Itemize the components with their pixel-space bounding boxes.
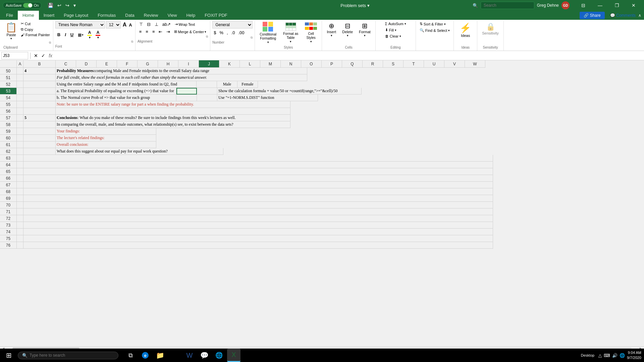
col-header-O[interactable]: O <box>301 60 322 68</box>
ribbon-collapse-btn[interactable]: ⊟ <box>576 0 591 11</box>
cell-B52[interactable] <box>23 81 56 88</box>
taskbar-word[interactable]: W <box>183 349 196 362</box>
cell-B56[interactable] <box>23 108 56 115</box>
cell-A76[interactable] <box>17 242 23 249</box>
cell-C58-text[interactable]: In comparing the overall, male, and fema… <box>56 121 290 128</box>
cell-A56[interactable] <box>17 108 23 115</box>
notifications-icon[interactable]: △ <box>598 353 602 358</box>
cell-A50[interactable] <box>17 68 23 74</box>
col-header-W[interactable]: W <box>465 60 485 68</box>
cell-A75[interactable] <box>17 235 23 242</box>
currency-btn[interactable]: $ <box>212 29 217 36</box>
cell-C56[interactable] <box>56 108 290 115</box>
cell-rest-67[interactable] <box>23 182 493 188</box>
cell-A63[interactable] <box>17 155 23 162</box>
find-dropdown[interactable]: ▾ <box>448 29 450 32</box>
cell-B58[interactable] <box>23 121 56 128</box>
copy-button[interactable]: ⧉ Copy <box>20 27 51 32</box>
ideas-button[interactable]: ⚡ Ideas <box>457 21 474 39</box>
cell-A71[interactable] <box>17 208 23 215</box>
insert-dropdown[interactable]: ▾ <box>331 34 332 37</box>
clear-btn[interactable]: 🗑 Clear ▾ <box>383 34 403 39</box>
title-search-input[interactable] <box>481 2 534 9</box>
cell-B61[interactable] <box>23 141 56 148</box>
underline-btn[interactable]: U <box>68 31 75 38</box>
row-header-63[interactable]: 63 <box>0 155 17 162</box>
volume-icon[interactable]: 🔊 <box>612 353 618 358</box>
conditional-dropdown[interactable]: ▾ <box>267 41 269 44</box>
cell-B51[interactable] <box>23 74 56 81</box>
tab-insert[interactable]: Insert <box>39 11 59 20</box>
col-header-L[interactable]: L <box>240 60 260 68</box>
sensitivity-button[interactable]: 🔒 Sensitivity <box>479 21 501 37</box>
cell-A61[interactable] <box>17 141 23 148</box>
row-header-75[interactable]: 75 <box>0 235 17 242</box>
row-header-58[interactable]: 58 <box>0 121 17 128</box>
paste-button[interactable]: 📋 Paste ▾ <box>3 21 19 41</box>
tab-home[interactable]: Home <box>18 11 39 20</box>
autosave-toggle-on[interactable] <box>23 3 33 8</box>
col-header-R[interactable]: R <box>363 60 383 68</box>
row-header-74[interactable]: 74 <box>0 229 17 235</box>
fill-dropdown[interactable]: ▾ <box>395 28 396 32</box>
cell-C52-text[interactable]: Using the entire Salary range and the M … <box>56 81 197 88</box>
row-header-76[interactable]: 76 <box>0 242 17 249</box>
increase-font-btn[interactable]: A <box>122 21 128 28</box>
insert-btn[interactable]: ⊕ Insert ▾ <box>324 21 339 38</box>
align-left-btn[interactable]: ≡ <box>138 28 144 35</box>
row-header-67[interactable]: 67 <box>0 182 17 188</box>
align-center-btn[interactable]: ≡ <box>144 28 150 35</box>
col-header-Q[interactable]: Q <box>342 60 363 68</box>
col-header-P[interactable]: P <box>322 60 342 68</box>
cell-C60-text[interactable]: The lecture's related findings: <box>56 135 156 141</box>
decrease-font-btn[interactable]: A <box>128 21 133 28</box>
row-header-68[interactable]: 68 <box>0 188 17 195</box>
taskbar-store[interactable]: 🛍 <box>168 349 181 362</box>
cell-A65[interactable] <box>17 168 23 175</box>
show-desktop-btn[interactable]: Desktop <box>581 353 594 357</box>
cell-B55[interactable] <box>23 101 56 108</box>
cell-rest-66[interactable] <box>23 175 493 182</box>
row-header-69[interactable]: 69 <box>0 195 17 202</box>
number-expand[interactable]: ⧉ <box>251 36 253 40</box>
cell-A70[interactable] <box>17 202 23 208</box>
delete-btn[interactable]: ⊟ Delete ▾ <box>339 21 356 38</box>
cell-B60[interactable] <box>23 135 56 141</box>
cell-K54[interactable] <box>197 95 217 101</box>
tab-view[interactable]: View <box>163 11 181 20</box>
cell-C59-text[interactable]: Your findings: <box>56 128 156 135</box>
row-header-57[interactable]: 57 <box>0 115 17 121</box>
cell-A74[interactable] <box>17 229 23 235</box>
format-as-table-btn[interactable]: Format asTable ▾ <box>280 21 301 45</box>
cell-B50[interactable]: 4 <box>23 68 56 74</box>
row-header-61[interactable]: 61 <box>0 141 17 148</box>
comma-btn[interactable]: , <box>225 29 229 36</box>
tab-help[interactable]: Help <box>181 11 200 20</box>
cell-B57[interactable]: 5 <box>23 115 56 121</box>
cell-A73[interactable] <box>17 222 23 229</box>
fill-btn[interactable]: ⬇ Fill ▾ <box>383 27 398 33</box>
decrease-indent-btn[interactable]: ⇤ <box>157 28 164 35</box>
decrease-decimal-btn[interactable]: .0 <box>230 29 236 36</box>
format-btn[interactable]: ⊞ Format ▾ <box>356 21 373 38</box>
taskbar-skype[interactable]: 💬 <box>198 349 211 362</box>
cell-rest-64[interactable] <box>23 162 493 168</box>
cell-K53[interactable] <box>197 88 217 95</box>
bold-btn[interactable]: B <box>55 31 62 38</box>
row-header-71[interactable]: 71 <box>0 208 17 215</box>
increase-decimal-btn[interactable]: .00 <box>237 29 246 36</box>
taskbar-chrome[interactable]: 🌐 <box>212 349 226 362</box>
font-size-select[interactable]: 12 <box>106 21 121 28</box>
col-header-A[interactable]: A <box>17 60 23 68</box>
cell-rest-65[interactable] <box>23 168 493 175</box>
cell-styles-btn[interactable]: CellStyles ▾ <box>302 21 320 45</box>
merge-dropdown[interactable]: ▾ <box>205 30 206 34</box>
col-header-J[interactable]: J <box>199 60 219 68</box>
tab-file[interactable]: File <box>1 11 18 20</box>
cell-A68[interactable] <box>17 188 23 195</box>
redo-icon[interactable]: ↪ <box>64 2 71 9</box>
cell-rest-76[interactable] <box>23 242 493 249</box>
cell-styles-dropdown[interactable]: ▾ <box>310 40 312 43</box>
cell-A54[interactable] <box>17 95 23 101</box>
tab-formulas[interactable]: Formulas <box>93 11 120 20</box>
